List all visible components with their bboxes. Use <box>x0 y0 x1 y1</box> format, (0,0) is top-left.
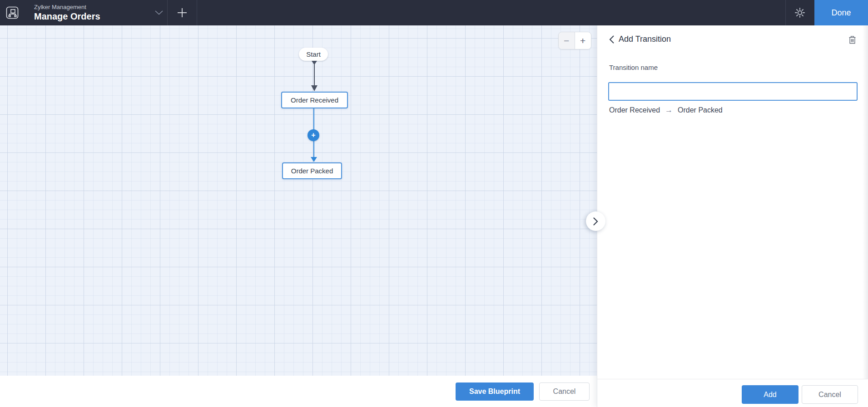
add-transition-plus-icon[interactable]: + <box>308 129 319 141</box>
trash-icon[interactable] <box>847 34 858 45</box>
top-bar: Zylker Management Manage Orders Done <box>0 0 868 25</box>
blueprint-canvas[interactable]: Start Order Received + Order Packed − + … <box>0 25 597 407</box>
save-blueprint-button[interactable]: Save Blueprint <box>456 382 534 401</box>
zoom-in-button[interactable]: + <box>575 32 591 49</box>
add-blueprint-button[interactable] <box>167 0 197 25</box>
route-from-stage: Order Received <box>609 106 660 114</box>
canvas-cancel-button[interactable]: Cancel <box>539 382 590 401</box>
panel-footer: Add Cancel <box>597 379 868 407</box>
gear-icon[interactable] <box>785 0 814 25</box>
panel-title: Add Transition <box>619 34 671 44</box>
workspace-name: Zylker Management <box>34 4 100 11</box>
flow-connectors <box>0 25 597 376</box>
zoom-controls: − + <box>558 32 591 49</box>
transition-name-input[interactable] <box>608 82 858 101</box>
route-to-stage: Order Packed <box>678 106 723 114</box>
add-transition-button[interactable]: Add <box>742 385 799 404</box>
page-title: Manage Orders <box>34 11 100 22</box>
panel-cancel-button[interactable]: Cancel <box>802 385 858 404</box>
start-node[interactable]: Start <box>299 48 328 61</box>
blueprint-title-group: Zylker Management Manage Orders <box>34 4 100 22</box>
stage-node-order-received[interactable]: Order Received <box>281 92 348 108</box>
stage-node-order-packed[interactable]: Order Packed <box>282 162 342 179</box>
transition-name-label: Transition name <box>609 64 658 71</box>
chevron-down-icon[interactable] <box>154 0 164 25</box>
chevron-right-icon <box>593 217 598 226</box>
zoom-out-button[interactable]: − <box>559 32 575 49</box>
canvas-footer: Save Blueprint Cancel <box>0 376 597 407</box>
blueprint-logo-icon <box>6 6 19 19</box>
chevron-left-icon <box>609 35 614 44</box>
panel-header: Add Transition <box>597 25 868 54</box>
panel-expand-toggle[interactable] <box>586 211 605 231</box>
back-button[interactable] <box>605 34 617 45</box>
panel-scrollbar-track[interactable] <box>863 25 868 379</box>
arrow-right-icon: → <box>665 106 673 115</box>
add-transition-panel: Add Transition Transition name Order Rec… <box>597 25 868 407</box>
topbar-divider <box>197 0 197 25</box>
transition-route: Order Received → Order Packed <box>609 106 723 115</box>
done-button[interactable]: Done <box>814 0 868 25</box>
